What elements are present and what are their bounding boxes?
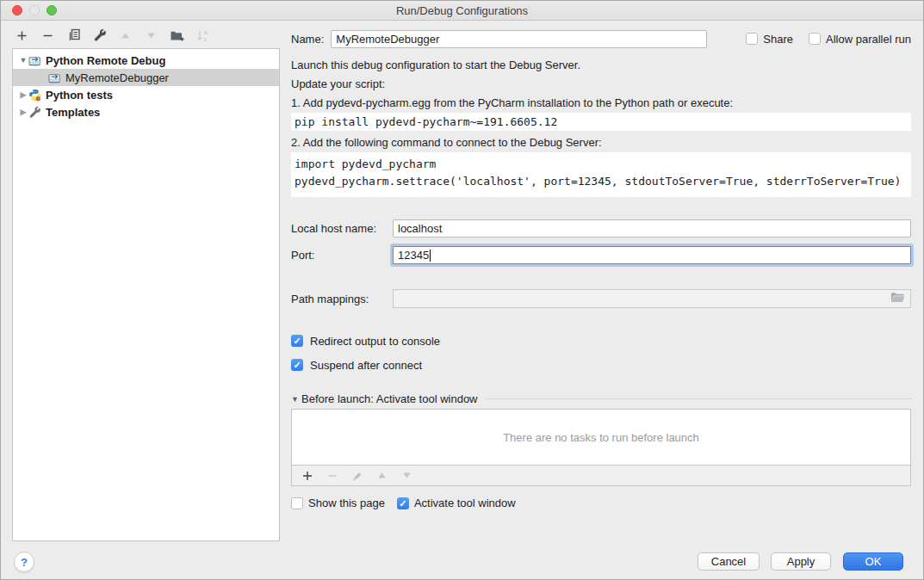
instruction-step1: 1. Add pydevd-pycharm.egg from the PyCha…	[291, 96, 911, 110]
move-task-down-icon	[400, 468, 414, 483]
remove-configuration-icon[interactable]	[40, 28, 55, 43]
port-label: Port:	[291, 249, 393, 262]
pip-install-code: pip install pydevd-pycharm~=191.6605.12	[291, 113, 911, 131]
expand-collapse-icon[interactable]: ▶	[18, 90, 28, 99]
sort-configurations-icon: az	[195, 28, 210, 43]
tree-item-python-tests[interactable]: ▶ Python tests	[13, 86, 279, 103]
browse-folder-icon[interactable]	[890, 292, 905, 305]
svg-text:z: z	[203, 35, 207, 43]
tree-item-label: MyRemoteDebugger	[65, 71, 169, 84]
configurations-tree: ▼ Python Remote Debug MyRemoteDebugger ▶	[12, 48, 280, 541]
create-folder-icon[interactable]	[170, 28, 184, 43]
suspend-after-connect-option: Suspend after connect	[291, 358, 911, 372]
share-label[interactable]: Share	[763, 33, 793, 46]
section-divider	[485, 398, 911, 399]
name-row: Name: Share Allow parallel run	[291, 29, 911, 48]
wrench-icon	[28, 106, 41, 119]
titlebar: Run/Debug Configurations	[1, 1, 923, 21]
tree-item-templates[interactable]: ▶ Templates	[13, 103, 279, 120]
add-configuration-icon[interactable]	[15, 28, 29, 43]
apply-button[interactable]: Apply	[771, 552, 831, 571]
tree-item-label: Python tests	[46, 89, 113, 102]
edit-templates-wrench-icon[interactable]	[92, 28, 107, 43]
port-row: Port: 12345	[291, 246, 911, 264]
local-host-row: Local host name:	[291, 219, 911, 238]
show-this-page-label[interactable]: Show this page	[308, 497, 385, 509]
page-options-row: Show this page Activate tool window	[291, 497, 911, 509]
close-window-button[interactable]	[12, 5, 22, 15]
tree-item-myremotedebugger-selected[interactable]: MyRemoteDebugger	[13, 69, 279, 86]
before-launch-collapse-icon[interactable]: ▼	[291, 395, 301, 404]
settrace-code-line2: pydevd_pycharm.settrace('localhost', por…	[295, 175, 901, 188]
show-this-page-checkbox[interactable]	[291, 497, 303, 509]
allow-parallel-run-label[interactable]: Allow parallel run	[826, 33, 911, 46]
move-down-icon	[144, 28, 158, 43]
suspend-after-connect-label[interactable]: Suspend after connect	[310, 359, 422, 372]
expand-collapse-icon[interactable]: ▶	[18, 108, 28, 116]
text-caret	[430, 250, 431, 262]
name-label: Name:	[291, 33, 324, 46]
instruction-intro: Launch this debug configuration to start…	[291, 59, 911, 72]
instruction-update: Update your script:	[291, 77, 911, 91]
before-launch-header: ▼ Before launch: Activate tool window	[291, 392, 911, 405]
before-launch-title: Before launch: Activate tool window	[301, 392, 478, 405]
activate-tool-window-group: Activate tool window	[397, 497, 516, 509]
window-title: Run/Debug Configurations	[396, 4, 528, 17]
remote-debug-icon	[48, 71, 61, 84]
local-host-label: Local host name:	[291, 222, 393, 235]
allow-parallel-run-checkbox-group: Allow parallel run	[809, 33, 911, 46]
add-task-icon[interactable]	[300, 468, 314, 483]
minimize-window-button	[29, 5, 40, 15]
port-value: 12345	[398, 249, 429, 262]
share-checkbox-group: Share	[746, 33, 793, 46]
configurations-toolbar: az	[15, 27, 210, 44]
path-mappings-row: Path mappings:	[291, 289, 911, 308]
tasks-toolbar	[292, 465, 910, 485]
path-mappings-input[interactable]	[393, 289, 911, 308]
tree-item-label: Python Remote Debug	[46, 54, 165, 67]
name-input[interactable]	[331, 30, 707, 48]
configuration-editor: Name: Share Allow parallel run Launch th…	[291, 20, 911, 509]
redirect-output-option: Redirect output to console	[291, 334, 911, 348]
tree-item-label: Templates	[46, 106, 100, 119]
tasks-empty-message: There are no tasks to run before launch	[292, 410, 910, 465]
activate-tool-window-checkbox[interactable]	[397, 497, 409, 509]
redirect-output-label[interactable]: Redirect output to console	[310, 335, 440, 348]
local-host-input[interactable]	[393, 219, 911, 238]
remote-debug-icon	[28, 54, 41, 67]
expand-collapse-icon[interactable]: ▼	[18, 56, 28, 65]
help-button[interactable]: ?	[14, 552, 34, 572]
redirect-output-checkbox[interactable]	[291, 335, 303, 347]
run-debug-configurations-dialog: Run/Debug Configurations az ▼	[0, 0, 924, 580]
tree-item-python-remote-debug[interactable]: ▼ Python Remote Debug	[13, 52, 279, 69]
cancel-button[interactable]: Cancel	[698, 552, 760, 571]
move-task-up-icon	[375, 468, 389, 483]
share-checkbox[interactable]	[746, 33, 758, 45]
instruction-step2: 2. Add the following command to connect …	[291, 136, 911, 150]
show-this-page-group: Show this page	[291, 497, 385, 509]
before-launch-tasks-panel: There are no tasks to run before launch	[291, 409, 911, 486]
move-up-icon	[118, 28, 133, 43]
copy-configuration-icon[interactable]	[66, 28, 81, 43]
activate-tool-window-label[interactable]: Activate tool window	[414, 497, 516, 509]
zoom-window-button[interactable]	[47, 5, 57, 15]
edit-task-pencil-icon	[350, 468, 364, 483]
remove-task-icon	[325, 468, 339, 483]
settrace-code-line1: import pydevd_pycharm	[295, 157, 436, 170]
ok-button[interactable]: OK	[843, 552, 903, 571]
port-input[interactable]: 12345	[393, 246, 911, 264]
path-mappings-label: Path mappings:	[291, 293, 393, 305]
settrace-code-block: import pydevd_pycharm pydevd_pycharm.set…	[291, 152, 911, 197]
traffic-lights	[12, 5, 57, 15]
suspend-after-connect-checkbox[interactable]	[291, 359, 303, 371]
python-tests-icon	[28, 89, 41, 102]
allow-parallel-run-checkbox[interactable]	[809, 33, 821, 45]
